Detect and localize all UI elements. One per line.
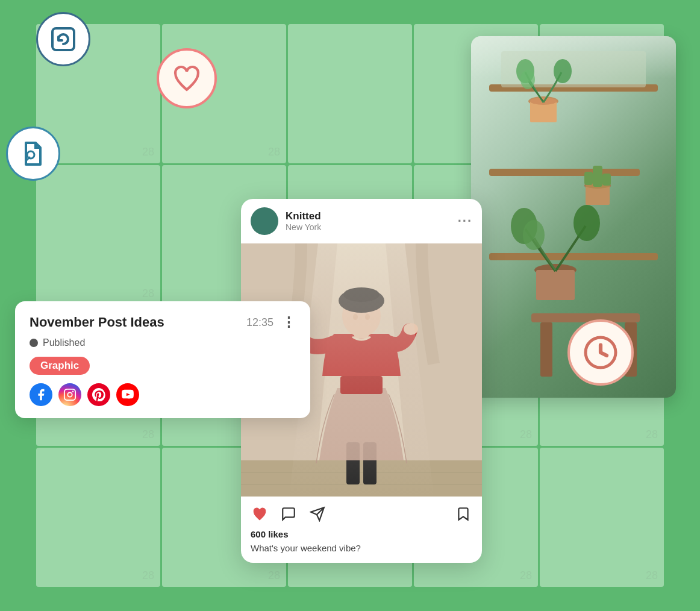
published-row: Published [30,337,296,348]
published-label: Published [43,337,85,348]
comment-button[interactable] [280,505,298,523]
insta-likes-count: 600 likes [241,529,482,543]
svg-rect-12 [602,174,611,186]
svg-rect-19 [540,322,552,377]
heart-icon-circle [157,48,217,108]
clock-icon [583,334,619,371]
svg-rect-32 [363,442,377,484]
svg-point-37 [342,295,381,337]
svg-point-40 [353,314,358,320]
insta-account-name: Knitted [286,210,321,222]
cal-cell-20: 28 [540,448,664,587]
svg-point-26 [73,392,73,392]
post-card-time: 12:35 [246,316,273,329]
document-icon [19,139,48,168]
youtube-icon[interactable] [116,383,139,406]
heart-icon [172,63,202,93]
like-button[interactable] [251,505,269,523]
cal-cell-16: 28 [36,448,160,587]
svg-point-38 [339,289,384,313]
cal-cell-6: 28 [36,165,160,304]
svg-rect-11 [584,172,593,185]
svg-rect-24 [64,389,75,400]
insta-account-handle: New York [286,222,321,232]
svg-point-17 [523,220,545,250]
facebook-icon[interactable] [30,383,52,406]
pinterest-icon[interactable] [87,383,110,406]
svg-rect-21 [52,28,74,50]
svg-rect-36 [354,322,369,339]
svg-point-35 [404,323,418,335]
svg-point-5 [554,59,572,83]
insta-caption: What's your weekend vibe? [241,543,482,563]
bookmark-button[interactable] [454,505,472,523]
post-card-header-right: 12:35 ⋮ [246,315,296,330]
published-status-dot [30,339,38,347]
refresh-icon-circle [36,12,90,66]
insta-avatar [251,207,278,235]
post-card-more-button[interactable]: ⋮ [282,315,296,330]
svg-rect-33 [340,376,383,394]
svg-rect-18 [531,313,640,322]
refresh-icon [49,25,78,54]
insta-account-info: Knitted New York [286,210,321,232]
svg-rect-28 [241,460,482,497]
svg-point-39 [343,287,380,302]
svg-point-25 [67,392,72,396]
post-card-title: November Post Ideas [30,315,164,330]
insta-actions-row [241,497,482,529]
svg-point-6 [520,70,535,89]
insta-header: Knitted New York ··· [241,199,482,243]
share-button[interactable] [308,505,327,523]
post-card[interactable]: November Post Ideas 12:35 ⋮ Published Gr… [15,301,310,418]
post-card-header: November Post Ideas 12:35 ⋮ [30,315,296,330]
insta-more-button[interactable]: ··· [458,213,472,229]
svg-rect-10 [593,166,602,187]
svg-rect-31 [346,442,360,484]
svg-point-41 [365,314,370,320]
cal-cell-3 [288,24,412,163]
doc-icon-circle [6,127,60,181]
svg-point-16 [573,205,600,241]
svg-rect-14 [536,270,575,300]
social-icons-row [30,383,296,406]
clock-icon-circle [567,319,634,386]
graphic-tag[interactable]: Graphic [30,357,90,375]
instagram-icon[interactable] [58,383,81,406]
